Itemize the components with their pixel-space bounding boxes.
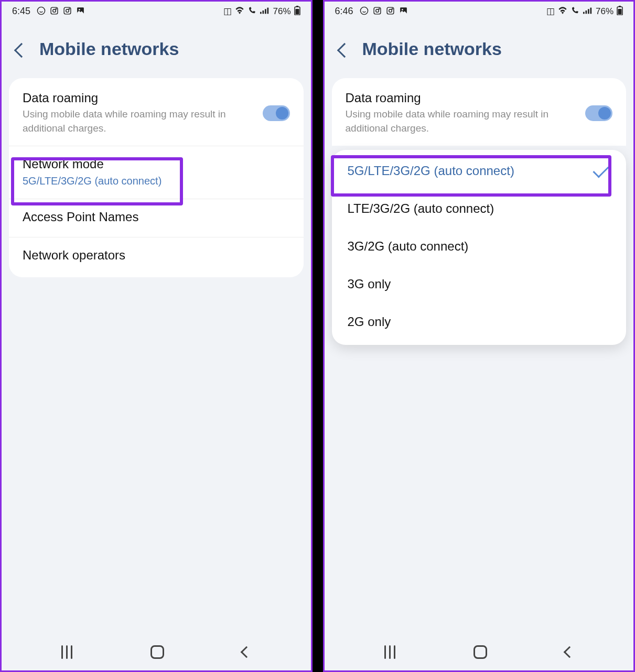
svg-point-16 bbox=[360, 7, 368, 14]
whatsapp-icon bbox=[360, 6, 369, 17]
left-screenshot: 6:45 ◫ 76% bbox=[0, 0, 313, 672]
instagram-icon bbox=[50, 6, 59, 17]
page-header: Mobile networks bbox=[2, 20, 311, 74]
nav-back-icon[interactable] bbox=[241, 646, 253, 658]
svg-point-22 bbox=[392, 8, 392, 9]
network-mode-sub: 5G/LTE/3G/2G (auto connect) bbox=[23, 174, 290, 188]
status-time: 6:46 bbox=[335, 6, 353, 17]
signal-icon bbox=[583, 7, 593, 16]
nav-recent-icon[interactable] bbox=[61, 645, 72, 659]
network-mode-dropdown: 5G/LTE/3G/2G (auto connect) LTE/3G/2G (a… bbox=[332, 150, 627, 345]
data-roaming-sub: Using mobile data while roaming may resu… bbox=[346, 107, 586, 135]
battery-icon bbox=[617, 6, 623, 17]
svg-rect-10 bbox=[263, 10, 264, 14]
data-roaming-title: Data roaming bbox=[346, 91, 586, 105]
divider bbox=[313, 0, 323, 672]
battery-percent: 76% bbox=[596, 6, 614, 17]
svg-point-19 bbox=[379, 8, 379, 9]
dropdown-option-selected[interactable]: 5G/LTE/3G/2G (auto connect) bbox=[332, 152, 627, 190]
svg-point-8 bbox=[79, 8, 80, 10]
nav-recent-icon[interactable] bbox=[384, 645, 395, 659]
whatsapp-icon bbox=[37, 6, 46, 17]
data-roaming-row[interactable]: Data roaming Using mobile data while roa… bbox=[9, 80, 304, 146]
network-mode-row[interactable]: Network mode 5G/LTE/3G/2G (auto connect) bbox=[9, 146, 304, 199]
svg-point-5 bbox=[66, 9, 69, 12]
page-header: Mobile networks bbox=[325, 20, 634, 74]
battery-icon bbox=[294, 6, 300, 17]
svg-point-0 bbox=[37, 7, 45, 14]
svg-point-21 bbox=[389, 9, 392, 12]
svg-rect-31 bbox=[618, 9, 622, 15]
svg-rect-9 bbox=[260, 12, 262, 14]
image-icon bbox=[399, 6, 408, 17]
power-save-icon: ◫ bbox=[223, 7, 232, 16]
volte-icon bbox=[571, 7, 580, 16]
instagram-icon-2 bbox=[386, 6, 395, 17]
data-roaming-row[interactable]: Data roaming Using mobile data while roa… bbox=[332, 80, 627, 146]
data-roaming-switch[interactable] bbox=[585, 105, 612, 121]
wifi-icon bbox=[235, 7, 244, 16]
operators-row[interactable]: Network operators bbox=[9, 237, 304, 275]
nav-bar bbox=[2, 634, 311, 670]
data-roaming-sub: Using mobile data while roaming may resu… bbox=[23, 107, 263, 135]
image-icon bbox=[76, 6, 85, 17]
nav-bar bbox=[325, 634, 634, 670]
svg-rect-27 bbox=[588, 9, 589, 14]
svg-rect-15 bbox=[295, 9, 299, 15]
signal-icon bbox=[260, 7, 270, 16]
dropdown-option-label: 3G/2G (auto connect) bbox=[348, 239, 469, 254]
power-save-icon: ◫ bbox=[546, 7, 555, 16]
right-screenshot: 6:46 ◫ 76% bbox=[323, 0, 636, 672]
wifi-icon bbox=[558, 7, 567, 16]
page-title: Mobile networks bbox=[39, 39, 179, 59]
data-roaming-switch[interactable] bbox=[263, 105, 290, 121]
apn-row[interactable]: Access Point Names bbox=[9, 199, 304, 237]
dropdown-option-label: 5G/LTE/3G/2G (auto connect) bbox=[348, 164, 514, 178]
svg-point-18 bbox=[375, 9, 379, 12]
network-mode-title: Network mode bbox=[23, 157, 290, 171]
page-title: Mobile networks bbox=[362, 39, 502, 59]
dropdown-option[interactable]: 3G/2G (auto connect) bbox=[332, 227, 627, 265]
status-bar: 6:45 ◫ 76% bbox=[2, 2, 311, 20]
svg-point-6 bbox=[69, 8, 69, 9]
apn-title: Access Point Names bbox=[23, 210, 290, 224]
dropdown-option-label: LTE/3G/2G (auto connect) bbox=[348, 201, 494, 216]
svg-point-24 bbox=[402, 8, 403, 10]
svg-point-2 bbox=[53, 9, 56, 12]
settings-card-top: Data roaming Using mobile data while roa… bbox=[332, 78, 627, 146]
dropdown-option[interactable]: 2G only bbox=[332, 303, 627, 341]
svg-point-3 bbox=[56, 8, 56, 9]
status-time: 6:45 bbox=[12, 6, 30, 17]
dropdown-option[interactable]: LTE/3G/2G (auto connect) bbox=[332, 190, 627, 227]
svg-rect-11 bbox=[265, 9, 266, 14]
back-icon[interactable] bbox=[14, 42, 29, 57]
status-bar: 6:46 ◫ 76% bbox=[325, 2, 634, 20]
back-icon[interactable] bbox=[337, 42, 351, 57]
nav-home-icon[interactable] bbox=[150, 645, 164, 659]
instagram-icon-2 bbox=[63, 6, 72, 17]
settings-card: Data roaming Using mobile data while roa… bbox=[9, 78, 304, 277]
nav-home-icon[interactable] bbox=[473, 645, 487, 659]
svg-rect-26 bbox=[585, 10, 587, 14]
svg-rect-28 bbox=[590, 8, 591, 14]
dropdown-option[interactable]: 3G only bbox=[332, 265, 627, 303]
battery-percent: 76% bbox=[273, 6, 290, 17]
svg-rect-25 bbox=[583, 12, 585, 14]
operators-title: Network operators bbox=[23, 248, 290, 263]
dropdown-option-label: 3G only bbox=[348, 277, 391, 291]
svg-rect-12 bbox=[267, 8, 269, 14]
check-icon bbox=[593, 162, 609, 178]
nav-back-icon[interactable] bbox=[563, 646, 575, 658]
dropdown-option-label: 2G only bbox=[348, 315, 391, 329]
data-roaming-title: Data roaming bbox=[23, 91, 263, 105]
instagram-icon bbox=[373, 6, 382, 17]
volte-icon bbox=[247, 7, 257, 16]
